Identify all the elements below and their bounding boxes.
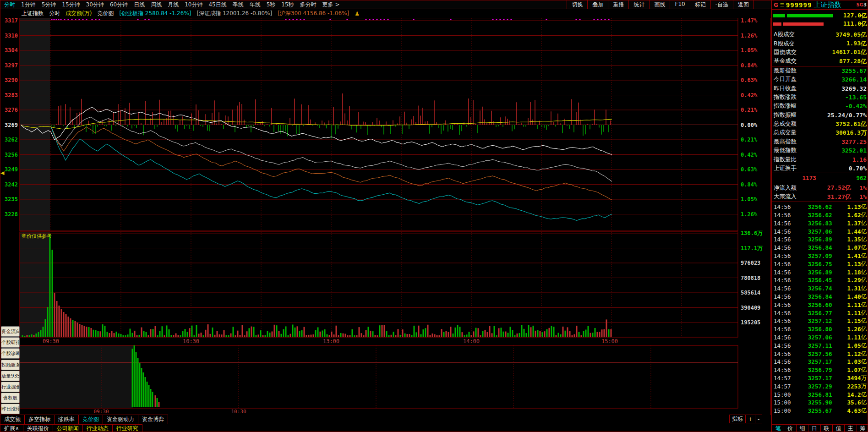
tab-行业动态[interactable]: 行业动态	[82, 424, 113, 432]
sidebar-collapse-arrow-icon[interactable]: ◀	[0, 170, 4, 176]
tick-list[interactable]: 14:563256.621.13亿14:563256.621.62亿14:563…	[772, 202, 868, 416]
tab-涨跌率[interactable]: 涨跌率	[54, 415, 79, 424]
info-item-1[interactable]: 分时	[49, 10, 60, 17]
tick-row[interactable]: 14:563256.741.31亿	[774, 284, 867, 293]
period-季线[interactable]: 季线	[233, 1, 244, 9]
left-button-投顾服务[interactable]: 投顾服务	[1, 360, 20, 370]
tick-row[interactable]: 14:563256.621.62亿	[774, 211, 867, 219]
tab-多空指标[interactable]: 多空指标	[24, 415, 55, 424]
tick-price: 3256.45	[793, 277, 847, 284]
left-button-放量935[interactable]: 放量935	[1, 371, 20, 381]
action-叠加[interactable]: 叠加	[587, 0, 608, 9]
period-年线[interactable]: 年线	[250, 1, 261, 9]
tick-row[interactable]: 15:003255.9035.6亿	[774, 399, 867, 407]
tick-row[interactable]: 14:563256.451.29亿	[774, 276, 867, 284]
period-5秒[interactable]: 5秒	[267, 1, 276, 9]
period-多分时[interactable]: 多分时	[300, 1, 317, 9]
quote-tab-筹[interactable]: 筹	[857, 425, 868, 432]
info-item-0[interactable]: 上证指数	[22, 10, 44, 17]
info-item-5[interactable]: [深证成指 12001.26 -0.80%]	[197, 10, 272, 17]
quote-tab-主[interactable]: 主	[844, 425, 856, 432]
tab-资金博弈[interactable]: 资金博弈	[138, 415, 168, 424]
tick-row[interactable]: 14:563256.791.07亿	[774, 366, 867, 374]
tick-time: 15:00	[774, 407, 793, 414]
quote-header[interactable]: G ☰ 999999 上证指数 SG3	[772, 0, 868, 9]
info-item-3[interactable]: 竞价图	[97, 10, 114, 17]
tick-row[interactable]: 14:563257.561.12亿	[774, 350, 867, 358]
period-30分钟[interactable]: 30分钟	[86, 1, 104, 9]
tick-row[interactable]: 14:563257.091.41亿	[774, 252, 867, 260]
tick-row[interactable]: 14:563256.841.40亿	[774, 293, 867, 301]
left-button-资金流向[interactable]: 资金流向	[1, 326, 20, 337]
tab-竞价图[interactable]: 竞价图	[78, 415, 103, 424]
tick-row[interactable]: 14:563256.841.07亿	[774, 244, 867, 252]
tick-row[interactable]: 14:563256.831.37亿	[774, 219, 867, 227]
indicator-btn--[interactable]: -	[755, 415, 762, 423]
tick-row[interactable]: 14:563257.111.05亿	[774, 341, 867, 350]
period-60分钟[interactable]: 60分钟	[110, 1, 128, 9]
intraday-chart[interactable]: 33171.47%33101.26%33041.05%32970.84%3290…	[0, 18, 771, 415]
action-F10[interactable]: F10	[670, 0, 689, 9]
period-日线[interactable]: 日线	[134, 1, 145, 9]
action-统计[interactable]: 统计	[628, 0, 649, 9]
period-15分钟[interactable]: 15分钟	[62, 1, 80, 9]
tick-row[interactable]: 14:563256.891.18亿	[774, 268, 867, 276]
indicator-btn-+[interactable]: +	[745, 415, 755, 423]
tick-row[interactable]: 14:563256.801.26亿	[774, 325, 867, 334]
quote-tab-日[interactable]: 日	[808, 425, 820, 432]
tab-资金驱动力[interactable]: 资金驱动力	[103, 415, 138, 424]
period-更多 >[interactable]: 更多 >	[322, 1, 340, 9]
volume-bar	[345, 334, 346, 337]
quote-tab-笔[interactable]: 笔	[772, 425, 784, 432]
left-button-个股研报[interactable]: 个股研报	[1, 337, 20, 348]
tick-row[interactable]: 14:563257.061.11亿	[774, 334, 867, 342]
action-标记[interactable]: 标记	[690, 0, 710, 9]
tick-row[interactable]: 14:563256.601.11亿	[774, 301, 867, 309]
tick-row[interactable]: 14:573257.292253万	[774, 382, 867, 390]
info-item-6[interactable]: [沪深300 4156.86 -1.06%]	[278, 10, 349, 17]
period-分时[interactable]: 分时	[4, 1, 15, 9]
action--自选[interactable]: -自选	[710, 0, 733, 9]
left-button-含权股[interactable]: 含权股	[1, 393, 20, 403]
period-1分钟[interactable]: 1分钟	[21, 1, 36, 9]
auction-volume-bar	[158, 402, 160, 407]
quote-tab-值[interactable]: 值	[832, 425, 844, 432]
info-item-2[interactable]: 成交额(万)	[66, 10, 92, 17]
tab-行业研究[interactable]: 行业研究	[112, 424, 142, 432]
period-周线[interactable]: 周线	[151, 1, 162, 9]
left-button-行业掘金[interactable]: 行业掘金	[1, 382, 20, 392]
action-返回[interactable]: 返回	[733, 0, 754, 9]
tick-row[interactable]: 14:573257.173494万	[774, 374, 867, 383]
action-画线[interactable]: 画线	[649, 0, 670, 9]
left-button-昨日涨停[interactable]: 昨日涨停	[1, 404, 20, 414]
period-45日线[interactable]: 45日线	[208, 1, 226, 9]
quote-tab-价[interactable]: 价	[784, 425, 796, 432]
info-item-4[interactable]: [创业板指 2580.84 -1.26%]	[119, 10, 191, 17]
tick-row[interactable]: 14:563256.771.11亿	[774, 309, 867, 317]
left-button-个股诊断[interactable]: 个股诊断	[1, 348, 20, 359]
quote-tab-联[interactable]: 联	[820, 425, 832, 432]
tab-关联报价[interactable]: 关联报价	[23, 424, 53, 432]
period-月线[interactable]: 月线	[168, 1, 179, 9]
tick-row[interactable]: 15:003256.8114.2亿	[774, 390, 867, 399]
period-5分钟[interactable]: 5分钟	[42, 1, 56, 9]
tick-row[interactable]: 14:563256.621.13亿	[774, 203, 867, 211]
indicator-btn-指标[interactable]: 指标	[729, 415, 746, 423]
period-10分钟[interactable]: 10分钟	[185, 1, 202, 9]
quote-tab-细[interactable]: 细	[796, 425, 808, 432]
tab-成交额[interactable]: 成交额	[0, 415, 25, 424]
tab-公司新闻[interactable]: 公司新闻	[53, 424, 83, 432]
tick-row[interactable]: 14:563256.891.35亿	[774, 235, 867, 244]
tick-row[interactable]: 14:563256.751.13亿	[774, 260, 867, 268]
action-切换[interactable]: 切换	[567, 0, 587, 9]
tick-row[interactable]: 14:563257.171.03亿	[774, 358, 867, 366]
menu-icon[interactable]: ☰	[780, 2, 784, 7]
volume-bar	[366, 330, 367, 337]
tab-扩展∧[interactable]: 扩展∧	[0, 424, 23, 432]
volume-bar	[292, 325, 294, 337]
tick-row[interactable]: 15:003255.674.63亿	[774, 407, 867, 415]
tick-row[interactable]: 14:563257.061.44亿	[774, 227, 867, 235]
action-重播[interactable]: 重播	[608, 0, 628, 9]
tick-row[interactable]: 14:563257.121.15亿	[774, 317, 867, 325]
period-15秒[interactable]: 15秒	[281, 1, 294, 9]
